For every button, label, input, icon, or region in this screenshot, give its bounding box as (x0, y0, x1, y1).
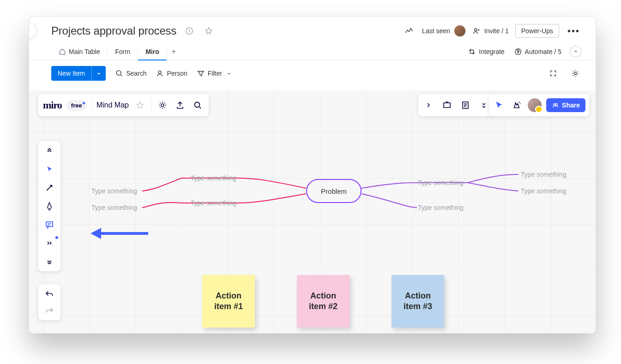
mindmap-node[interactable]: Type something (191, 199, 236, 207)
miro-history-toolbar (38, 284, 60, 320)
collapse-up-icon[interactable] (44, 146, 54, 156)
search-button[interactable]: Search (115, 69, 146, 78)
invite-label: Invite / 1 (484, 27, 509, 35)
board-search-icon[interactable] (191, 99, 204, 112)
share-button[interactable]: Share (546, 98, 585, 112)
view-toolbar: New Item Search Person Filter (29, 60, 596, 86)
tab-miro[interactable]: Miro (138, 43, 167, 60)
svg-rect-2 (189, 30, 189, 33)
sticky-note[interactable]: Action item #1 (202, 275, 255, 328)
present-icon[interactable] (440, 99, 453, 112)
annotation-arrow-icon (88, 224, 153, 243)
view-more-icon[interactable] (477, 99, 490, 112)
more-tools-icon[interactable] (44, 238, 54, 248)
collaborator-avatar[interactable] (528, 98, 542, 112)
filter-button[interactable]: Filter (197, 69, 231, 78)
miro-canvas[interactable]: miro free Mind Map (29, 90, 596, 333)
mindmap-node[interactable]: Type something (521, 187, 567, 195)
reactions-icon[interactable] (510, 99, 523, 112)
svg-point-15 (554, 103, 555, 105)
integrate-label: Integrate (479, 48, 504, 55)
svg-point-1 (189, 29, 190, 30)
settings-icon[interactable] (569, 67, 582, 80)
collapse-down-icon[interactable] (44, 257, 54, 267)
svg-rect-11 (444, 103, 450, 107)
integrate-button[interactable]: Integrate (463, 45, 509, 59)
tab-form[interactable]: Form (108, 43, 138, 60)
new-item-dropdown[interactable] (91, 66, 106, 81)
fullscreen-icon[interactable] (547, 67, 560, 80)
mindmap-node[interactable]: Type something (191, 174, 236, 182)
miro-header-panel: miro free Mind Map (38, 94, 209, 116)
app-shell: Projects approval process Last seen Invi… (29, 16, 596, 334)
miro-logo[interactable]: miro (43, 99, 62, 111)
tabs-bar: Main Table Form Miro + Integrate Automat… (29, 43, 596, 60)
add-tab-button[interactable]: + (167, 44, 181, 60)
last-seen-label: Last seen (422, 27, 450, 35)
mindmap-node[interactable]: Type something (418, 204, 464, 211)
new-item-button[interactable]: New Item (51, 66, 91, 81)
new-item-split-button: New Item (51, 66, 106, 81)
svg-marker-19 (90, 228, 101, 239)
avatar (454, 25, 466, 37)
board-settings-icon[interactable] (156, 99, 169, 112)
automate-button[interactable]: Automate / 5 (509, 45, 566, 59)
more-menu[interactable]: ••• (566, 26, 582, 36)
invite-button[interactable]: Invite / 1 (472, 27, 509, 35)
filter-label: Filter (208, 70, 222, 77)
board-name[interactable]: Mind Map (96, 101, 129, 109)
mindmap-root-node[interactable]: Problem (306, 179, 362, 203)
header: Projects approval process Last seen Invi… (29, 17, 596, 42)
svg-point-8 (574, 72, 576, 74)
notes-icon[interactable] (459, 99, 472, 112)
share-label: Share (562, 101, 580, 109)
board-star-icon[interactable] (133, 99, 146, 112)
hide-panel-icon[interactable] (422, 99, 435, 112)
svg-point-3 (474, 29, 476, 31)
activity-icon[interactable] (403, 24, 416, 37)
collapse-button[interactable] (570, 46, 582, 58)
tab-main-table[interactable]: Main Table (51, 43, 107, 60)
page-title: Projects approval process (51, 24, 176, 37)
cursor-mode-icon[interactable] (493, 99, 506, 112)
undo-icon[interactable] (44, 289, 54, 299)
svg-point-14 (520, 103, 521, 104)
tab-label: Miro (145, 48, 159, 55)
miro-view-panel (418, 94, 494, 116)
sticky-note[interactable]: Action item #3 (392, 275, 444, 328)
person-filter[interactable]: Person (156, 69, 187, 78)
comment-tool-icon[interactable] (44, 220, 54, 230)
mindmap-node[interactable]: Type something (91, 204, 137, 211)
svg-point-7 (159, 71, 162, 73)
sticky-note[interactable]: Action item #2 (297, 275, 350, 328)
miro-collab-panel: Share (489, 94, 589, 116)
person-label: Person (167, 70, 187, 77)
mindmap-node[interactable]: Type something (418, 179, 464, 186)
mindmap-node[interactable]: Type something (521, 171, 567, 178)
star-icon[interactable] (202, 24, 215, 37)
miro-toolbar (38, 141, 60, 271)
connector-tool-icon[interactable] (44, 183, 54, 193)
svg-point-16 (555, 103, 557, 105)
tab-label: Form (115, 48, 130, 55)
svg-point-10 (194, 102, 199, 107)
export-icon[interactable] (174, 99, 187, 112)
mindmap-node[interactable]: Type something (91, 187, 137, 195)
svg-point-6 (116, 71, 121, 75)
svg-point-13 (519, 101, 519, 102)
search-label: Search (126, 70, 146, 77)
pen-tool-icon[interactable] (44, 201, 54, 211)
info-icon[interactable] (183, 24, 196, 37)
svg-point-9 (161, 104, 164, 107)
powerups-button[interactable]: Power-Ups (515, 24, 559, 38)
tab-label: Main Table (69, 48, 100, 55)
svg-rect-17 (46, 222, 53, 227)
redo-icon[interactable] (44, 305, 54, 316)
plan-badge[interactable]: free (66, 100, 87, 111)
automate-label: Automate / 5 (525, 48, 561, 55)
last-seen[interactable]: Last seen (422, 25, 466, 37)
select-tool-icon[interactable] (44, 164, 54, 174)
